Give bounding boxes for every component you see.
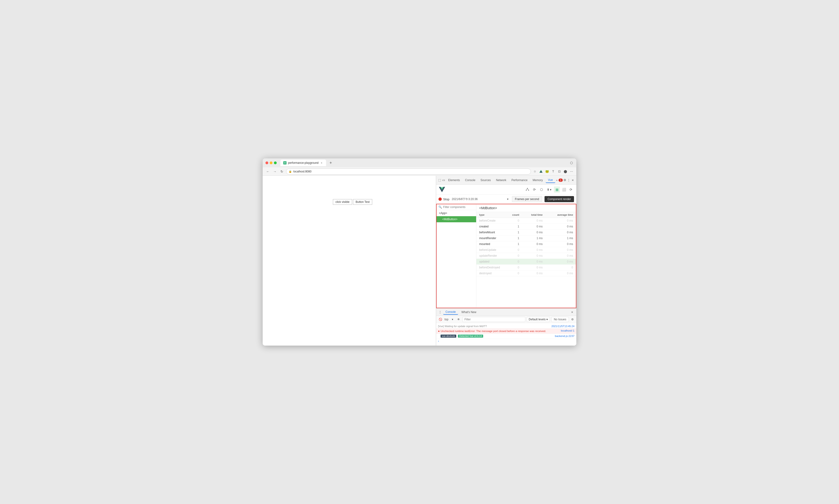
- lifecycle-table-header: type count total time average time: [476, 212, 576, 218]
- lc-total: 0 ms: [524, 260, 547, 263]
- lc-count: 1: [505, 225, 524, 228]
- console-eye-button[interactable]: 👁: [456, 317, 461, 322]
- console-filter-input[interactable]: [462, 317, 525, 322]
- content-area: click visible Button Test ⬚ ▭ Elements C…: [263, 176, 576, 346]
- lc-avg: 0 ms: [547, 225, 573, 228]
- console-main-tab[interactable]: Console: [443, 309, 458, 315]
- forward-button[interactable]: →: [272, 169, 278, 174]
- console-error-source-link[interactable]: localhost/:1: [561, 329, 574, 332]
- devtools-close-button[interactable]: ×: [571, 177, 574, 183]
- vue-store-icon[interactable]: ⬡: [538, 186, 545, 193]
- translate-icon[interactable]: T: [551, 169, 556, 174]
- console-settings-icon[interactable]: ⚙: [570, 317, 574, 322]
- devtools-more-button[interactable]: ⋮: [567, 177, 571, 183]
- default-levels-button[interactable]: Default levels ▾: [527, 317, 550, 322]
- page-buttons: click visible Button Test: [333, 199, 372, 205]
- lc-name: updated: [479, 260, 505, 263]
- lc-name: destroyed: [479, 272, 505, 275]
- component-title: <MdButton>: [476, 204, 576, 212]
- lifecycle-row: updated00 ms0 ms: [476, 259, 576, 265]
- console-badge-source-link[interactable]: backend.js:2237: [555, 335, 574, 337]
- tab-title: performance-playground: [288, 161, 319, 164]
- console-top-dropdown[interactable]: ▾: [450, 317, 455, 322]
- devtools-toolbar: ⬚ ▭ Elements Console Sources Network Per…: [436, 176, 576, 185]
- close-window-button[interactable]: [266, 161, 268, 164]
- extensions-button[interactable]: ⬡: [569, 161, 573, 165]
- network-tab[interactable]: Network: [494, 178, 509, 183]
- console-gray-source: 2021/11/5T13:45:24: [552, 325, 574, 328]
- lc-name: mountRender: [479, 237, 505, 240]
- vue-logo: [439, 186, 445, 193]
- tab-close-button[interactable]: ×: [320, 161, 323, 164]
- mdbutton-tree-item[interactable]: <MdButton>: [436, 216, 476, 222]
- lc-count: 0: [505, 260, 524, 263]
- filter-components-input[interactable]: [443, 205, 476, 209]
- lc-avg: 0 ms: [547, 219, 573, 222]
- app-tree-item[interactable]: <App>: [436, 210, 476, 216]
- lock-icon: 🔒: [289, 170, 292, 173]
- inspect-element-button[interactable]: ⬚: [438, 177, 442, 183]
- vue-devtools-badge: vue-devtools: [441, 335, 456, 338]
- address-bar[interactable]: 🔒 localhost:8080: [286, 168, 531, 175]
- lc-name: mounted: [479, 242, 505, 246]
- console-clear-button[interactable]: 🚫: [438, 317, 443, 322]
- sources-tab[interactable]: Sources: [478, 178, 493, 183]
- page-content: click visible Button Test: [263, 176, 436, 346]
- no-issues-button[interactable]: No Issues: [551, 317, 569, 322]
- devtools-settings-button[interactable]: ⚙: [563, 177, 567, 183]
- more-tabs-icon[interactable]: »: [556, 179, 558, 182]
- maximize-window-button[interactable]: [274, 161, 277, 164]
- memory-tab[interactable]: Memory: [530, 178, 545, 183]
- elements-tab[interactable]: Elements: [446, 178, 462, 183]
- lifecycle-row: beforeCreate00 ms0 ms: [476, 218, 576, 224]
- lc-avg: 1 ms: [547, 237, 573, 240]
- lifecycle-row: mountRender11 ms1 ms: [476, 235, 576, 241]
- perf-dropdown-button[interactable]: ▾: [506, 197, 510, 201]
- minimize-window-button[interactable]: [270, 161, 272, 164]
- vue-timeline-refresh-icon[interactable]: ⟳: [568, 186, 574, 193]
- vue-performance-icon[interactable]: ▦: [554, 186, 560, 193]
- bookmark-button[interactable]: ☆: [532, 169, 537, 174]
- vue-extension-icon[interactable]: [538, 169, 543, 174]
- vue-settings-icon[interactable]: ⬜: [561, 186, 567, 193]
- vue-tab[interactable]: Vue: [546, 177, 555, 183]
- new-tab-button[interactable]: +: [328, 160, 334, 166]
- lifecycle-row: beforeMount10 ms0 ms: [476, 230, 576, 235]
- console-message-gray: [Vue] Waiting for update signal from MdI…: [436, 324, 576, 328]
- detected-vue-badge: Detected Vue v2.6.14: [458, 335, 483, 338]
- console-whats-new-tab[interactable]: What's New: [459, 310, 479, 314]
- click-visible-button[interactable]: click visible: [333, 199, 352, 205]
- lc-count: 1: [505, 237, 524, 240]
- lc-avg: 0 ms: [547, 254, 573, 257]
- console-top-selector[interactable]: top: [444, 317, 449, 322]
- settings-button[interactable]: ⋯: [569, 169, 574, 174]
- error-badge: 1: [558, 179, 563, 182]
- stop-recording-button[interactable]: Stop: [439, 197, 449, 201]
- lc-name: beforeMount: [479, 231, 505, 234]
- lc-count: 0: [505, 248, 524, 252]
- lc-total: 0 ms: [524, 254, 547, 257]
- browser-tab[interactable]: V performance-playground ×: [281, 160, 326, 166]
- vue-component-tree-icon[interactable]: [524, 186, 531, 193]
- lifecycle-row: beforeUpdate00 ms0 ms: [476, 247, 576, 253]
- refresh-button[interactable]: ↻: [279, 169, 285, 174]
- browser-window: V performance-playground × + ⬡ ← → ↻ 🔒 l…: [263, 158, 576, 346]
- lc-total: 0 ms: [524, 242, 547, 246]
- profile-icon[interactable]: ⬤: [563, 169, 568, 174]
- vue-router-icon[interactable]: ⬆▾: [546, 186, 553, 193]
- lc-count: 1: [505, 242, 524, 246]
- console-close-button[interactable]: ×: [570, 310, 574, 314]
- performance-tab[interactable]: Performance: [509, 178, 530, 183]
- console-menu-icon[interactable]: ⋮: [438, 310, 442, 314]
- vue-refresh-icon[interactable]: ⟳: [531, 186, 537, 193]
- console-tab[interactable]: Console: [463, 178, 478, 183]
- chrome-extension-icon[interactable]: 🐸: [545, 169, 550, 174]
- svg-point-4: [528, 190, 529, 191]
- device-toggle-button[interactable]: ▭: [442, 177, 445, 183]
- button-test-button[interactable]: Button Test: [353, 199, 372, 205]
- screenshot-icon[interactable]: ⊡: [557, 169, 562, 174]
- back-button[interactable]: ←: [265, 169, 271, 174]
- title-bar: V performance-playground × + ⬡: [263, 158, 576, 167]
- frames-per-second-button[interactable]: Frames per second: [512, 196, 542, 202]
- component-render-button[interactable]: Component render: [545, 196, 574, 202]
